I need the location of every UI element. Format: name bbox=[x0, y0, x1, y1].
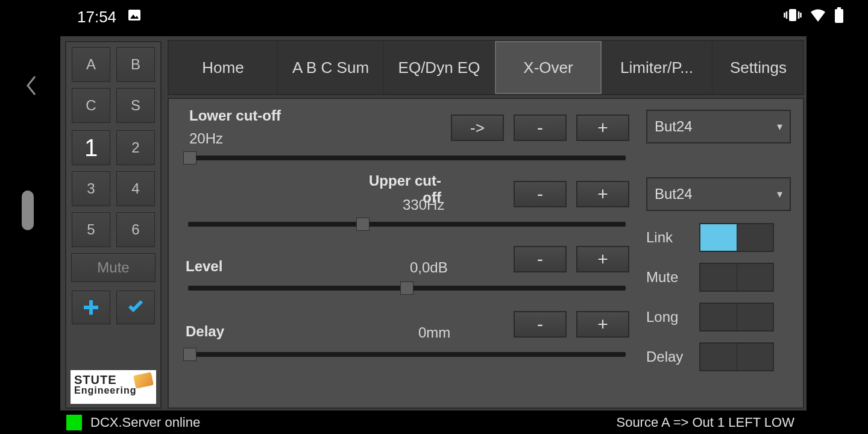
svg-rect-10 bbox=[84, 306, 98, 309]
svg-marker-11 bbox=[128, 300, 143, 312]
tab-settings[interactable]: Settings bbox=[712, 41, 804, 94]
status-footer: DCX.Server online Source A => Out 1 LEFT… bbox=[60, 411, 807, 434]
tab-xover[interactable]: X-Over bbox=[495, 41, 602, 94]
back-chevron-icon[interactable] bbox=[20, 71, 42, 100]
channel-button-4[interactable]: 4 bbox=[116, 171, 155, 206]
plus-icon bbox=[83, 299, 99, 316]
app-window: A B C S 1 2 3 4 5 6 Mute bbox=[60, 36, 807, 410]
svg-rect-0 bbox=[128, 10, 140, 20]
picture-icon bbox=[127, 8, 142, 27]
server-status-led-icon bbox=[66, 415, 82, 430]
delay-plus-button[interactable]: + bbox=[576, 311, 629, 338]
clock: 17:54 bbox=[77, 8, 116, 27]
mute-button[interactable]: Mute bbox=[71, 253, 156, 282]
channel-button-1[interactable]: 1 bbox=[72, 130, 110, 165]
mute-toggle[interactable] bbox=[699, 263, 774, 292]
server-status-text: DCX.Server online bbox=[90, 415, 200, 430]
chevron-down-icon: ▾ bbox=[777, 187, 782, 201]
svg-rect-7 bbox=[837, 7, 841, 9]
check-icon bbox=[127, 300, 145, 315]
channel-sidebar: A B C S 1 2 3 4 5 6 Mute bbox=[65, 41, 162, 409]
tab-bar: Home A B C Sum EQ/Dyn EQ X-Over Limiter/… bbox=[168, 40, 804, 95]
battery-icon bbox=[834, 7, 844, 27]
channel-button-c[interactable]: C bbox=[72, 88, 110, 123]
vibrate-icon bbox=[784, 8, 802, 27]
lower-cutoff-value: 20Hz bbox=[189, 130, 223, 147]
channel-button-6[interactable]: 6 bbox=[116, 212, 155, 247]
channel-button-a[interactable]: A bbox=[72, 47, 110, 82]
brand-logo: STUTE Engineering bbox=[71, 370, 156, 404]
tab-home[interactable]: Home bbox=[169, 41, 278, 94]
upper-cutoff-minus-button[interactable]: - bbox=[514, 181, 567, 207]
slider-thumb[interactable] bbox=[400, 281, 414, 295]
delay-minus-button[interactable]: - bbox=[514, 311, 567, 338]
delay-label: Delay bbox=[186, 323, 224, 340]
delay-slider[interactable] bbox=[186, 350, 626, 359]
level-minus-button[interactable]: - bbox=[514, 246, 567, 272]
gesture-hint-pill bbox=[22, 190, 34, 230]
mute-toggle-label: Mute bbox=[646, 269, 694, 286]
xover-panel: Lower cut-off 20Hz -> - + But24 ▾ Up bbox=[168, 98, 804, 409]
svg-rect-2 bbox=[789, 9, 796, 21]
lower-cutoff-label: Lower cut-off bbox=[189, 107, 281, 124]
upper-cutoff-filter-dropdown[interactable]: But24 ▾ bbox=[646, 177, 791, 211]
lower-cutoff-filter-dropdown[interactable]: But24 ▾ bbox=[646, 110, 791, 143]
channel-button-2[interactable]: 2 bbox=[116, 130, 155, 165]
channel-button-b[interactable]: B bbox=[116, 47, 155, 82]
level-slider[interactable] bbox=[188, 283, 626, 293]
slider-thumb[interactable] bbox=[183, 151, 197, 165]
lower-cutoff-minus-button[interactable]: - bbox=[514, 115, 567, 141]
slider-thumb[interactable] bbox=[356, 218, 370, 231]
wifi-icon bbox=[810, 8, 826, 27]
add-button[interactable] bbox=[72, 291, 110, 324]
channel-button-5[interactable]: 5 bbox=[72, 212, 110, 247]
level-label: Level bbox=[186, 258, 222, 275]
upper-cutoff-plus-button[interactable]: + bbox=[576, 181, 629, 207]
tab-eq[interactable]: EQ/Dyn EQ bbox=[384, 41, 495, 94]
svg-rect-8 bbox=[835, 9, 843, 23]
routing-text: Source A => Out 1 LEFT LOW bbox=[616, 415, 794, 430]
upper-cutoff-value: 330Hz bbox=[403, 197, 444, 213]
android-statusbar: 17:54 bbox=[0, 0, 868, 34]
chevron-down-icon: ▾ bbox=[777, 120, 782, 133]
lower-cutoff-slider[interactable] bbox=[186, 153, 626, 163]
upper-cutoff-slider[interactable] bbox=[188, 219, 626, 229]
tab-limiter[interactable]: Limiter/P... bbox=[602, 41, 712, 94]
level-value: 0,0dB bbox=[410, 259, 448, 276]
channel-button-3[interactable]: 3 bbox=[72, 171, 110, 206]
slider-thumb[interactable] bbox=[183, 348, 197, 361]
channel-button-s[interactable]: S bbox=[116, 88, 155, 123]
lower-cutoff-plus-button[interactable]: + bbox=[576, 115, 629, 141]
delay-value: 0mm bbox=[418, 324, 450, 341]
link-toggle-label: Link bbox=[646, 229, 694, 246]
confirm-button[interactable] bbox=[116, 291, 155, 324]
level-plus-button[interactable]: + bbox=[576, 246, 629, 272]
tab-abcsum[interactable]: A B C Sum bbox=[278, 41, 384, 94]
link-toggle[interactable] bbox=[699, 223, 774, 252]
lower-cutoff-focus-button[interactable]: -> bbox=[451, 115, 504, 141]
